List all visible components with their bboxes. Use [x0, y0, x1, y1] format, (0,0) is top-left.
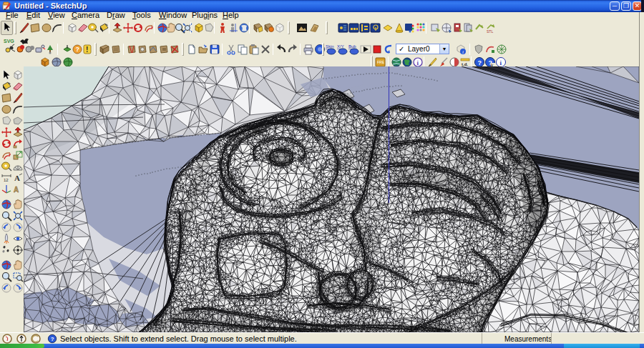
svg-text:Bub: Bub — [348, 44, 356, 49]
svg-text:?: ? — [51, 336, 54, 342]
svg-text:A: A — [14, 186, 19, 194]
svg-text:SVG: SVG — [4, 39, 14, 44]
svg-text:?: ? — [76, 46, 80, 53]
svg-text:i: i — [462, 49, 464, 55]
svg-text:?: ? — [478, 59, 482, 66]
svg-text:STL: STL — [487, 29, 493, 34]
svg-text:X/Y: X/Y — [337, 44, 344, 49]
svg-text:12: 12 — [4, 178, 9, 182]
svg-text:FRE: FRE — [377, 60, 385, 64]
svg-text:Skin: Skin — [326, 44, 334, 49]
svg-text:A: A — [14, 174, 20, 182]
svg-text:!: ! — [86, 46, 88, 54]
